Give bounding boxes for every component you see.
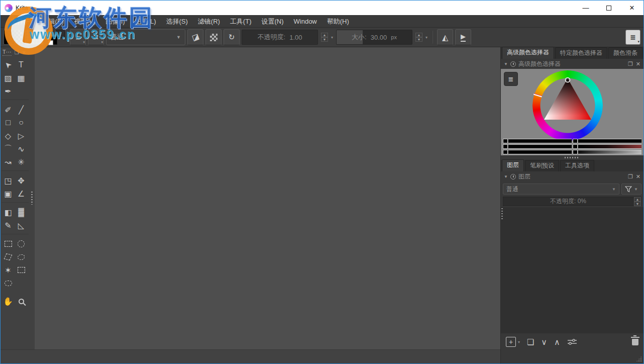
opacity-options-arrow[interactable]: ▾ [331,35,333,40]
bezier-select-tool[interactable] [2,277,15,290]
color-docker-tab[interactable]: 高级颜色选择器 [502,47,554,59]
color-picker-tool[interactable]: ✎ [2,219,15,232]
history-swatch[interactable] [503,139,508,143]
rect-select-tool[interactable] [2,237,15,250]
color-docker-tab[interactable]: 颜色滑条 [608,47,642,59]
measure-tool[interactable]: ◺ [15,219,28,232]
spin-up-icon[interactable]: ▲ [321,33,328,37]
history-swatch[interactable] [503,144,508,149]
freehand-path-tool[interactable]: ∿ [15,142,28,155]
picker-select-tool[interactable] [15,263,28,277]
layer-blending-mode-combobox[interactable]: 普通 ▼ [503,184,619,195]
duplicate-layer-button[interactable]: ❏ [527,337,534,347]
polyline-tool[interactable]: ▷ [15,129,28,142]
dynamic-brush-tool[interactable]: ↝ [2,155,15,168]
spin-down-icon[interactable]: ▼ [415,37,422,42]
mirror-horizontal-button[interactable]: ◭ [437,29,453,45]
menu-item-选择s[interactable]: 选择(S) [161,16,192,28]
zoom-tool[interactable] [15,295,28,308]
multibrush-tool[interactable]: ✳ [15,155,28,168]
float-docker-icon[interactable]: ❐ [15,50,19,55]
gradient-swatch[interactable] [4,30,23,45]
float-docker-icon[interactable]: ❐ [628,61,633,67]
preserve-alpha-button[interactable] [205,29,222,45]
menu-item-工具t[interactable]: 工具(T) [225,16,257,28]
workspace-chooser-button[interactable]: ≣▾ [625,30,640,45]
move-layer-down-button[interactable]: ∨ [541,337,547,347]
perspective-tool[interactable]: ∠ [15,187,28,200]
select-shapes-tool[interactable]: ➤ [2,58,15,71]
history-swatch[interactable] [573,150,578,154]
menu-item-文件f[interactable]: 文件(F) [6,16,37,28]
text-tool[interactable]: T [15,58,28,71]
add-layer-dropdown-arrow[interactable]: ▾ [518,340,520,344]
opacity-spinner[interactable]: ▲▼ [321,33,328,42]
history-strip[interactable] [578,139,641,143]
crop-tool[interactable]: ◳ [2,174,15,187]
freehand-brush-tool[interactable]: ✐ [2,103,15,116]
splitter-handle[interactable] [31,192,33,205]
docker-lock-icon[interactable] [510,174,516,179]
spin-up-icon[interactable]: ▲ [634,197,641,202]
add-layer-button[interactable]: + [506,337,516,347]
pattern-swatch[interactable] [25,30,44,45]
ellipse-tool[interactable]: ○ [15,116,28,129]
eraser-mode-button[interactable]: ◪ [187,29,203,45]
edit-shapes-tool[interactable]: ▨ [2,71,15,84]
polygon-select-tool[interactable] [2,250,15,263]
pattern-edit-tool[interactable]: ▦ [15,71,28,84]
collapse-arrow-icon[interactable]: ▼ [504,62,508,66]
layer-opacity-spinner[interactable]: ▲▼ [634,197,641,206]
layer-list[interactable] [501,207,643,333]
size-slider[interactable]: 大小: 30.00 px [336,30,412,45]
maximize-button[interactable] [597,1,620,15]
menu-item-window[interactable]: Window [289,16,322,27]
delete-layer-button[interactable] [632,339,638,345]
spin-down-icon[interactable]: ▼ [634,202,641,206]
foreground-background-colors[interactable]: ⇄ [48,29,66,46]
ellipse-select-tool[interactable] [15,237,28,250]
close-docker-icon[interactable]: ✕ [22,50,26,55]
foreground-color-swatch[interactable] [49,36,57,45]
opacity-slider[interactable]: 不透明度: 1.00 [242,30,318,45]
brush-settings-button[interactable]: ≡▾ [70,29,86,45]
polygon-tool[interactable]: ◇ [2,129,15,142]
toolbox-splitter[interactable] [29,47,35,349]
menu-item-编辑e[interactable]: 编辑(E) [37,16,69,28]
bezier-curve-tool[interactable]: ⌒ [2,142,15,155]
close-button[interactable]: ✕ [620,1,643,15]
close-docker-icon[interactable]: ✕ [636,61,640,67]
layer-opacity-slider[interactable]: 不透明度: 0% ▲▼ [503,197,641,206]
menu-item-视图v[interactable]: 视图(V) [69,16,100,28]
advanced-color-selector[interactable]: ≣ [501,69,643,155]
menu-item-图层l[interactable]: 图层(L) [130,16,161,28]
freehand-select-tool[interactable] [15,250,28,263]
history-strip[interactable] [508,144,572,149]
background-color-swatch[interactable] [56,30,65,38]
panel-edge-handle[interactable] [501,208,503,219]
menu-item-图像i[interactable]: 图像(I) [100,16,130,28]
history-swatch[interactable] [573,139,578,143]
calligraphy-tool[interactable]: ✒ [2,84,15,98]
color-selector-settings-button[interactable]: ≣ [504,72,518,86]
close-docker-icon[interactable]: ✕ [636,173,640,180]
history-swatch[interactable] [573,144,578,149]
history-strip[interactable] [508,139,572,143]
resize-grip[interactable] [636,356,642,362]
history-strip[interactable] [578,150,641,154]
minimize-button[interactable]: — [574,1,597,15]
blending-mode-combobox[interactable]: 普通 ▼ [106,29,185,45]
hue-wheel[interactable] [532,70,603,141]
spin-down-icon[interactable]: ▼ [321,37,328,42]
saturation-value-triangle[interactable] [532,70,603,141]
history-strip[interactable] [578,144,641,149]
color-docker-tab[interactable]: 特定颜色选择器 [555,47,607,59]
layer-properties-button[interactable] [567,338,577,345]
float-docker-icon[interactable]: ❐ [628,173,633,180]
layers-docker-tab[interactable]: 笔刷预设 [525,160,559,171]
docker-lock-icon[interactable] [510,61,516,67]
line-tool[interactable]: ╱ [15,103,28,116]
fill-tool[interactable]: ◧ [2,206,15,219]
rectangle-tool[interactable]: □ [2,116,15,129]
size-options-arrow[interactable]: ▾ [425,35,427,40]
